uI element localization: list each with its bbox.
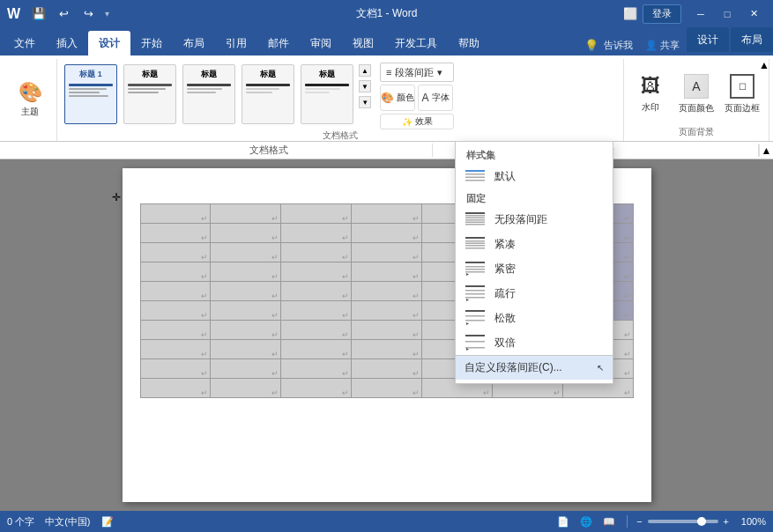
tab-layout[interactable]: 布局 <box>173 31 215 55</box>
page-color-button[interactable]: A 页面颜色 <box>675 63 717 125</box>
quick-access-more[interactable]: ▾ <box>105 9 109 18</box>
spacing-loose[interactable]: 松散 <box>456 306 613 330</box>
para-spacing-button[interactable]: ≡ 段落间距 ▾ <box>380 63 454 82</box>
table-cell[interactable] <box>352 340 422 359</box>
save-btn[interactable]: 💾 <box>29 4 48 24</box>
table-cell[interactable] <box>140 204 211 224</box>
login-button[interactable]: 登录 <box>643 4 681 24</box>
share-label[interactable]: 👤 共享 <box>645 39 680 52</box>
spacing-tight[interactable]: 紧密 <box>456 256 613 281</box>
effects-button[interactable]: ✨ 效果 <box>380 114 454 129</box>
table-cell[interactable] <box>211 379 281 398</box>
close-button[interactable]: ✕ <box>741 4 766 24</box>
spacing-compact[interactable]: 紧凑 <box>456 232 613 256</box>
table-cell[interactable] <box>140 262 211 282</box>
table-cell[interactable] <box>281 224 352 243</box>
table-cell[interactable] <box>211 301 281 321</box>
table-cell[interactable] <box>281 321 352 340</box>
style-box-5-preview <box>305 84 349 93</box>
tab-file[interactable]: 文件 <box>4 31 46 55</box>
table-cell[interactable] <box>140 379 211 398</box>
table-cell[interactable] <box>281 359 352 379</box>
table-cell[interactable] <box>281 243 352 262</box>
style-box-3[interactable]: 标题 <box>182 64 235 124</box>
tab-table-layout[interactable]: 布局 <box>731 27 773 52</box>
style-more[interactable]: ▾ <box>359 96 371 108</box>
ribbon-display-btn[interactable]: ⬜ <box>623 7 637 20</box>
minimize-button[interactable]: ─ <box>688 4 713 24</box>
tab-insert[interactable]: 插入 <box>46 31 88 55</box>
style-box-5[interactable]: 标题 <box>301 64 353 124</box>
tab-help[interactable]: 帮助 <box>448 31 490 55</box>
style-box-4[interactable]: 标题 <box>242 64 294 124</box>
table-cell[interactable] <box>211 243 281 262</box>
table-cell[interactable] <box>211 321 281 340</box>
tell-me-label[interactable]: 告诉我 <box>604 39 633 52</box>
table-cell[interactable] <box>211 224 281 243</box>
watermark-button[interactable]: 🖼 水印 <box>629 63 672 125</box>
section-collapse[interactable]: ▲ <box>759 144 773 157</box>
table-cell[interactable] <box>281 282 352 301</box>
table-cell[interactable] <box>211 359 281 379</box>
svg-marker-19 <box>466 273 469 276</box>
spacing-open[interactable]: 疏行 <box>456 281 613 306</box>
table-cell[interactable] <box>352 379 422 398</box>
table-cell[interactable] <box>352 262 422 282</box>
undo-btn[interactable]: ↩ <box>54 4 73 24</box>
table-cell[interactable] <box>140 321 211 340</box>
redo-btn[interactable]: ↪ <box>78 4 98 24</box>
table-cell[interactable] <box>140 282 211 301</box>
tab-references[interactable]: 引用 <box>215 31 257 55</box>
macro-icon[interactable]: 📝 <box>101 516 114 528</box>
tab-review[interactable]: 审阅 <box>300 31 342 55</box>
zoom-out-btn[interactable]: − <box>636 516 642 527</box>
table-cell[interactable] <box>352 301 422 321</box>
table-cell[interactable] <box>352 204 422 224</box>
table-cell[interactable] <box>281 262 352 282</box>
table-cell[interactable] <box>352 359 422 379</box>
read-view-btn[interactable]: 📖 <box>600 514 618 529</box>
table-cell[interactable] <box>211 262 281 282</box>
table-cell[interactable] <box>211 340 281 359</box>
tab-design[interactable]: 设计 <box>88 31 130 55</box>
tab-mailings[interactable]: 邮件 <box>257 31 300 55</box>
tab-table-design[interactable]: 设计 <box>687 27 729 52</box>
table-cell[interactable] <box>140 224 211 243</box>
spacing-double[interactable]: 双倍 <box>456 330 613 355</box>
table-cell[interactable] <box>281 379 352 398</box>
maximize-button[interactable]: □ <box>715 4 740 24</box>
table-cell[interactable] <box>211 282 281 301</box>
style-box-1[interactable]: 标题 1 <box>64 64 117 124</box>
table-cell[interactable] <box>211 204 281 224</box>
collapse-ribbon-btn[interactable]: ▲ <box>759 59 769 71</box>
table-cell[interactable] <box>352 224 422 243</box>
table-move-handle[interactable]: ✛ <box>112 193 121 202</box>
table-cell[interactable] <box>281 340 352 359</box>
table-cell[interactable] <box>352 321 422 340</box>
zoom-slider[interactable] <box>648 520 718 523</box>
table-cell[interactable] <box>140 301 211 321</box>
tab-home[interactable]: 开始 <box>130 31 173 55</box>
theme-button[interactable]: 🎨 主题 <box>9 70 51 131</box>
table-cell[interactable] <box>140 340 211 359</box>
font-button[interactable]: A 字体 <box>418 85 453 111</box>
style-scroll-up[interactable]: ▲ <box>359 64 371 77</box>
table-cell[interactable] <box>281 204 352 224</box>
spacing-default[interactable]: 默认 <box>456 164 613 188</box>
tab-view[interactable]: 视图 <box>342 31 384 55</box>
web-view-btn[interactable]: 🌐 <box>577 514 595 529</box>
zoom-in-btn[interactable]: + <box>724 516 729 527</box>
table-cell[interactable] <box>281 301 352 321</box>
tab-developer[interactable]: 开发工具 <box>384 31 448 55</box>
table-cell[interactable] <box>352 282 422 301</box>
page-border-button[interactable]: ☐ 页面边框 <box>721 63 763 125</box>
color-button[interactable]: 🎨 颜色 <box>380 85 415 111</box>
style-scroll-down[interactable]: ▼ <box>359 80 371 92</box>
table-cell[interactable] <box>140 359 211 379</box>
custom-spacing-button[interactable]: 自定义段落间距(C)... ↖ <box>456 355 613 380</box>
table-cell[interactable] <box>140 243 211 262</box>
spacing-no-para[interactable]: 无段落间距 <box>456 207 613 232</box>
style-box-2[interactable]: 标题 <box>123 64 176 124</box>
table-cell[interactable] <box>352 243 422 262</box>
print-view-btn[interactable]: 📄 <box>554 514 572 529</box>
